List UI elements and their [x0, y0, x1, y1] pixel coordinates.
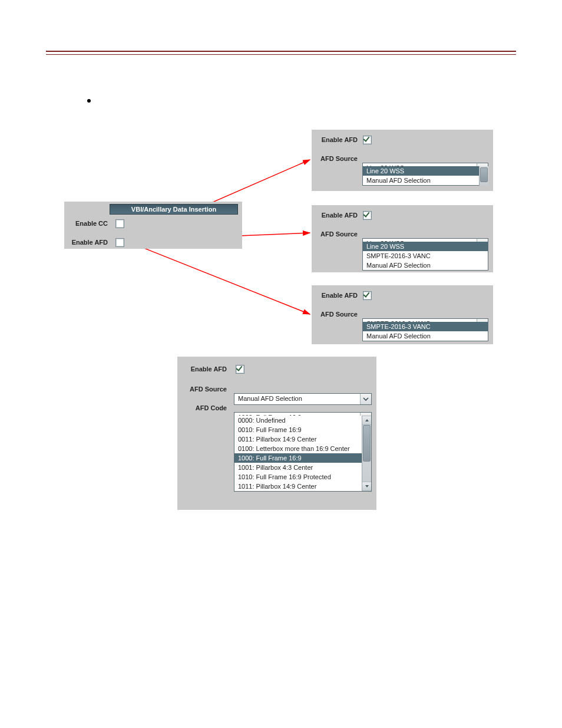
dropdown-option[interactable]: 1000: Full Frame 16:9 [234, 453, 362, 463]
dropdown-option[interactable]: Line 20 WSS [363, 242, 488, 251]
scroll-up-button[interactable] [362, 416, 371, 425]
afd-source-dropdown[interactable]: Line 20 WSSSMPTE-2016-3 VANCManual AFD S… [362, 242, 488, 271]
dropdown-option[interactable]: 0010: Full Frame 16:9 [234, 425, 362, 434]
dropdown-option[interactable]: 1010: Full Frame 16:9 Protected [234, 472, 362, 482]
panel-title: VBI/Ancillary Data Insertion [131, 206, 216, 213]
bullet-icon [87, 99, 91, 103]
scroll-down-button[interactable] [362, 482, 371, 491]
panel-title-bar: VBI/Ancillary Data Insertion [110, 204, 238, 215]
scrollbar[interactable] [479, 166, 488, 186]
dropdown-option[interactable]: Line 20 WSS [363, 166, 484, 176]
enable-afd-label: Enable AFD [312, 136, 358, 143]
enable-afd-label: Enable AFD [177, 365, 227, 373]
enable-afd-checkbox[interactable] [115, 238, 124, 247]
dropdown-option[interactable]: Manual AFD Selection [363, 331, 488, 341]
enable-afd-checkbox[interactable] [363, 291, 372, 300]
chevron-down-icon[interactable] [360, 394, 371, 404]
enable-afd-checkbox[interactable] [363, 211, 372, 220]
enable-cc-label: Enable CC [64, 220, 108, 227]
afd-panel-c: Enable AFD AFD Source SMPTE-2016-3 VANC … [312, 285, 493, 344]
afd-panel-a: Enable AFD AFD Source Line 20 WSS Line 2… [312, 130, 493, 191]
afd-source-dropdown[interactable]: Line 20 WSSManual AFD Selection [362, 166, 488, 186]
vbi-panel: VBI/Ancillary Data Insertion Enable CC E… [64, 202, 242, 249]
afd-source-label: AFD Source [177, 386, 227, 393]
afd-source-value: Manual AFD Selection [234, 394, 360, 404]
afd-source-label: AFD Source [312, 311, 358, 318]
afd-code-dropdown[interactable]: 0000: Undefined0010: Full Frame 16:90011… [234, 416, 372, 492]
afd-source-label: AFD Source [312, 230, 358, 238]
enable-afd-label: Enable AFD [312, 292, 358, 299]
dropdown-option[interactable]: 1001: Pillarbox 4:3 Center [234, 463, 362, 472]
scrollbar-thumb[interactable] [480, 167, 488, 182]
enable-afd-checkbox[interactable] [363, 136, 372, 144]
enable-afd-label: Enable AFD [312, 212, 358, 219]
afd-source-dropdown[interactable]: SMPTE-2016-3 VANCManual AFD Selection [362, 322, 488, 341]
dropdown-option[interactable]: Manual AFD Selection [363, 261, 488, 270]
afd-code-panel: Enable AFD AFD Source Manual AFD Selecti… [177, 357, 376, 510]
enable-afd-label: Enable AFD [64, 239, 108, 246]
afd-source-select[interactable]: Manual AFD Selection [234, 393, 372, 405]
row-enable-cc: Enable CC [64, 219, 242, 228]
afd-code-label: AFD Code [177, 404, 227, 411]
dropdown-option[interactable]: 1011: Pillarbox 14:9 Center [234, 482, 362, 491]
page: VBI/Ancillary Data Insertion Enable CC E… [0, 0, 562, 728]
header-rule [46, 51, 516, 55]
row-enable-afd: Enable AFD [64, 238, 242, 247]
afd-source-label: AFD Source [312, 155, 358, 162]
dropdown-option[interactable]: 0000: Undefined [234, 416, 362, 425]
dropdown-option[interactable]: SMPTE-2016-3 VANC [363, 251, 488, 261]
dropdown-option[interactable]: Manual AFD Selection [363, 176, 484, 185]
afd-panel-b: Enable AFD AFD Source Line 20 WSS Line 2… [312, 205, 493, 272]
dropdown-option[interactable]: 0100: Letterbox more than 16:9 Center [234, 444, 362, 453]
scrollbar[interactable] [362, 416, 371, 491]
dropdown-option[interactable]: 0011: Pillarbox 14:9 Center [234, 434, 362, 444]
dropdown-option[interactable]: SMPTE-2016-3 VANC [363, 322, 488, 331]
svg-line-2 [125, 241, 310, 314]
enable-afd-checkbox[interactable] [236, 365, 244, 374]
scrollbar-thumb[interactable] [363, 425, 371, 462]
enable-cc-checkbox[interactable] [115, 219, 124, 228]
